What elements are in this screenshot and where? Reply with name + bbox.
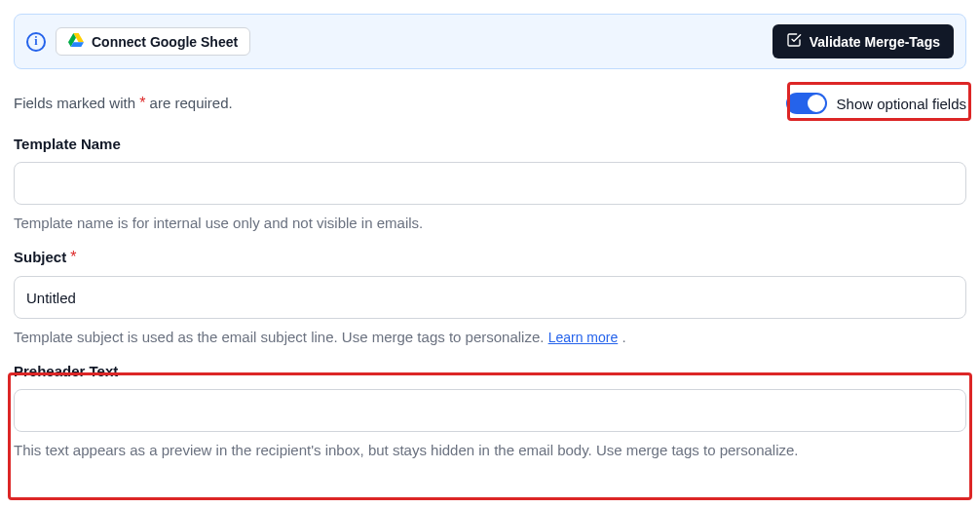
connect-google-sheet-button[interactable]: Connect Google Sheet (56, 27, 250, 56)
toggle-knob (808, 95, 825, 112)
info-icon: i (26, 32, 46, 52)
required-star: * (70, 249, 76, 265)
preheader-help: This text appears as a preview in the re… (14, 442, 966, 458)
subject-input[interactable] (14, 276, 966, 319)
template-name-label: Template Name (14, 136, 966, 152)
toggle-switch-on (786, 93, 827, 114)
toggle-label: Show optional fields (837, 96, 966, 112)
subject-field: Subject * Template subject is used as th… (14, 249, 966, 345)
check-square-icon (786, 32, 802, 51)
connect-label: Connect Google Sheet (92, 34, 238, 50)
template-name-input[interactable] (14, 162, 966, 205)
info-banner: i Connect Google Sheet Validate Merge-Ta… (14, 14, 966, 69)
learn-more-link[interactable]: Learn more (548, 330, 619, 345)
show-optional-fields-toggle[interactable]: Show optional fields (786, 93, 966, 114)
preheader-label: Preheader Text (14, 363, 966, 379)
template-name-help: Template name is for internal use only a… (14, 215, 966, 231)
required-note: Fields marked with * are required. (14, 95, 233, 112)
preheader-field: Preheader Text This text appears as a pr… (14, 363, 966, 458)
validate-label: Validate Merge-Tags (810, 34, 940, 50)
validate-merge-tags-button[interactable]: Validate Merge-Tags (773, 24, 954, 59)
preheader-input[interactable] (14, 389, 966, 432)
subject-help: Template subject is used as the email su… (14, 329, 966, 345)
meta-row: Fields marked with * are required. Show … (14, 93, 966, 114)
banner-left: i Connect Google Sheet (26, 27, 250, 56)
subject-label: Subject * (14, 249, 966, 266)
google-drive-icon (68, 33, 84, 50)
template-name-field: Template Name Template name is for inter… (14, 136, 966, 231)
